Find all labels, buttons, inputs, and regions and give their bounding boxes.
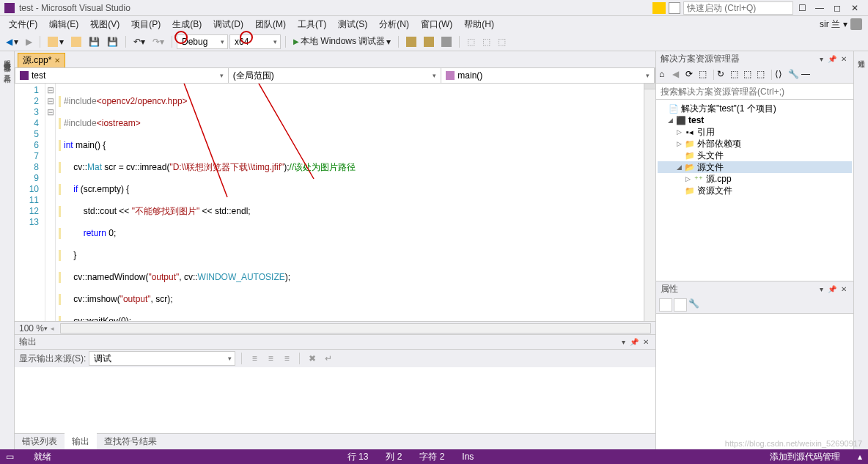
new-project-button[interactable]: ▾ — [45, 35, 67, 48]
props-pin-icon[interactable]: 📌 — [825, 285, 839, 293]
code-editor[interactable]: 12345678910111213 ⊟⊟⊟ #include<opencv2/o… — [15, 84, 655, 321]
menu-analyze[interactable]: 分析(N) — [373, 17, 415, 32]
sx-tool-5[interactable]: — — [801, 69, 813, 81]
sx-project-node[interactable]: ◢⬛test — [658, 114, 852, 126]
sx-pin-icon[interactable]: 📌 — [825, 55, 839, 63]
menu-debug[interactable]: 调试(D) — [207, 17, 249, 32]
sx-tool-4[interactable]: ⬚ — [757, 69, 768, 81]
sx-back-icon[interactable]: ◀ — [672, 69, 684, 81]
editor-tab-source[interactable]: 源.cpp* ✕ — [18, 53, 65, 67]
sx-props-icon[interactable]: ⟨⟩ — [775, 69, 787, 81]
sx-tree[interactable]: 📄解决方案"test"(1 个项目) ◢⬛test ▷▪◂引用 ▷📁外部依赖项 … — [656, 100, 853, 281]
statusbar: ▭ 就绪 行 13 列 2 字符 2 Ins 添加到源代码管理 ▴ — [0, 449, 868, 464]
status-vcs-icon[interactable]: ▴ — [858, 452, 862, 462]
sx-references-node[interactable]: ▷▪◂引用 — [658, 126, 852, 138]
bottom-tab-errors[interactable]: 错误列表 — [15, 433, 65, 450]
config-combo[interactable]: Debug — [177, 34, 228, 49]
nav-project-dd[interactable]: test — [15, 68, 229, 83]
fold-gutter[interactable]: ⊟⊟⊟ — [45, 84, 56, 321]
nav-scope-dd[interactable]: (全局范围) — [229, 68, 442, 83]
sx-tool-1[interactable]: ⬚ — [699, 69, 710, 81]
right-tool-strip[interactable]: 通知 — [853, 51, 868, 449]
sx-home-icon[interactable]: ⌂ — [659, 69, 671, 81]
user-avatar-icon[interactable] — [850, 18, 862, 30]
properties-body[interactable] — [656, 314, 853, 449]
props-close-icon[interactable]: ✕ — [839, 285, 849, 293]
tool-button-1[interactable] — [403, 35, 419, 48]
menu-team[interactable]: 团队(M) — [249, 17, 292, 32]
nav-forward-button[interactable]: ▶ — [23, 35, 35, 48]
sx-refresh-icon[interactable]: ↻ — [717, 69, 729, 81]
sx-resources-node[interactable]: 📁资源文件 — [658, 185, 852, 196]
output-body[interactable] — [15, 367, 655, 433]
props-dropdown-icon[interactable]: ▾ — [817, 285, 825, 293]
output-tool-3[interactable]: ≡ — [280, 352, 293, 365]
start-debug-button[interactable]: ▶ 本地 Windows 调试器 ▾ — [290, 34, 394, 49]
sx-tool-2[interactable]: ⬚ — [730, 69, 742, 81]
menu-window[interactable]: 窗口(W) — [415, 17, 458, 32]
output-pin-icon[interactable]: 📌 — [628, 338, 641, 346]
feedback-flag-icon[interactable] — [669, 2, 680, 14]
props-wrench-icon[interactable]: 🔧 — [688, 298, 702, 312]
quick-launch-input[interactable] — [683, 1, 793, 15]
sx-wrench-icon[interactable]: 🔧 — [788, 69, 800, 81]
left-tool-strip[interactable]: 服务器资源管理器 工具箱 — [0, 51, 15, 449]
sx-solution-node[interactable]: 📄解决方案"test"(1 个项目) — [658, 103, 852, 114]
user-label[interactable]: sir 兰 — [820, 18, 840, 31]
sx-headers-node[interactable]: 📁头文件 — [658, 150, 852, 161]
editor-hscrollbar[interactable] — [60, 323, 651, 334]
sx-external-node[interactable]: ▷📁外部依赖项 — [658, 138, 852, 150]
bottom-tab-findsymbol[interactable]: 查找符号结果 — [97, 433, 164, 450]
undo-button[interactable]: ↶▾ — [130, 35, 148, 48]
tool-button-3[interactable] — [438, 35, 455, 48]
nav-symbol-dd[interactable]: main() — [441, 68, 655, 83]
menu-view[interactable]: 视图(V) — [84, 17, 125, 32]
sx-sync-icon[interactable]: ⟳ — [685, 69, 697, 81]
tab-close-icon[interactable]: ✕ — [54, 56, 60, 65]
zoom-level[interactable]: 100 % — [19, 323, 44, 334]
save-all-button[interactable]: 💾 — [104, 35, 121, 48]
output-clear-icon[interactable]: ✖ — [306, 352, 319, 365]
tool-button-4[interactable]: ⬚ — [464, 35, 478, 48]
sx-search-input[interactable] — [656, 84, 853, 99]
user-dropdown-icon[interactable]: ▾ — [843, 19, 847, 29]
output-close-icon[interactable]: ✕ — [641, 338, 651, 346]
menu-test[interactable]: 测试(S) — [332, 17, 373, 32]
menu-help[interactable]: 帮助(H) — [458, 17, 500, 32]
output-tool-2[interactable]: ≡ — [264, 352, 277, 365]
status-vcs[interactable]: 添加到源代码管理 — [770, 451, 840, 463]
save-button[interactable]: 💾 — [86, 35, 103, 48]
sx-sources-node[interactable]: ◢📂源文件 — [658, 161, 852, 173]
props-categorize-icon[interactable] — [659, 298, 672, 312]
menu-project[interactable]: 项目(P) — [125, 17, 166, 32]
close-button[interactable]: ✕ — [846, 1, 864, 15]
open-file-button[interactable] — [68, 35, 84, 48]
output-dropdown-icon[interactable]: ▾ — [619, 338, 628, 346]
split-indicator[interactable]: ◂ — [51, 325, 54, 332]
redo-button[interactable]: ↷▾ — [150, 35, 167, 48]
output-tool-1[interactable]: ≡ — [248, 352, 261, 365]
props-alpha-icon[interactable] — [674, 298, 687, 312]
menu-file[interactable]: 文件(F) — [3, 17, 43, 32]
nav-back-button[interactable]: ◀▾ — [3, 35, 21, 48]
sx-file-source[interactable]: ▷⁺⁺源.cpp — [658, 173, 852, 185]
output-wrap-icon[interactable]: ↵ — [322, 352, 335, 365]
bottom-tab-output[interactable]: 输出 — [65, 433, 97, 450]
sx-close-icon[interactable]: ✕ — [839, 55, 849, 63]
sx-dropdown-icon[interactable]: ▾ — [817, 55, 825, 63]
menu-tools[interactable]: 工具(T) — [292, 17, 332, 32]
tool-button-5[interactable]: ⬚ — [479, 35, 493, 48]
menu-build[interactable]: 生成(B) — [166, 17, 207, 32]
output-source-combo[interactable]: 调试 — [89, 351, 235, 366]
feedback-icon[interactable]: ☐ — [793, 1, 811, 15]
tool-button-6[interactable]: ⬚ — [495, 35, 509, 48]
minimize-button[interactable]: — — [811, 1, 828, 15]
maximize-button[interactable]: ◻ — [828, 1, 846, 15]
notification-icon[interactable] — [652, 2, 666, 14]
editor-vscrollbar[interactable] — [644, 84, 655, 321]
menu-edit[interactable]: 编辑(E) — [43, 17, 84, 32]
code-area[interactable]: #include<opencv2/opencv.hpp> #include<io… — [56, 84, 644, 321]
sx-tool-3[interactable]: ⬚ — [743, 69, 755, 81]
platform-combo[interactable]: x64 — [229, 34, 281, 49]
tool-button-2[interactable] — [421, 35, 437, 48]
